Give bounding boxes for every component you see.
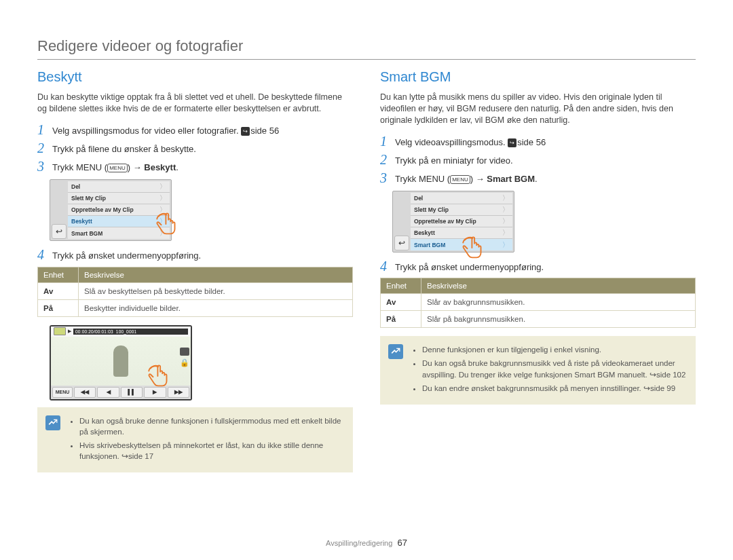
table-header: Enhet xyxy=(381,278,421,294)
step-text: Velg avspillingsmodus for video eller fo… xyxy=(52,126,241,136)
step-tail: . xyxy=(176,162,178,172)
arrow-icon: → xyxy=(476,174,485,184)
note-item: Hvis skrivebeskyttelsen på minnekortet e… xyxy=(79,440,343,462)
step-text: Trykk MENU ( xyxy=(52,162,107,172)
menu-item[interactable]: Slett My Clip〉 xyxy=(411,204,512,216)
xref-icon: ↪ xyxy=(241,127,250,136)
step-target: Beskytt xyxy=(144,162,176,172)
thumbnail-icon xyxy=(54,327,66,335)
table-cell-key: Av xyxy=(38,282,79,299)
step-2-right: 2 Trykk på en miniatyr for video. xyxy=(380,153,696,167)
menu-item[interactable]: Del〉 xyxy=(68,181,170,193)
footer-section: Avspilling/redigering xyxy=(326,539,392,547)
note-box-beskytt: Du kan også bruke denne funksjonen i ful… xyxy=(37,407,353,472)
player-screenshot: ▶ 00:00:20/00:01:03 100_0001 ▦ ALL 🔒 MEN… xyxy=(50,325,192,400)
table-cell-val: Slår på bakgrunnsmusikken. xyxy=(421,311,696,328)
back-button[interactable]: ↩ xyxy=(52,224,67,239)
step-text: Trykk MENU ( xyxy=(395,174,450,184)
column-smart-bgm: Smart BGM Du kan lytte på musikk mens du… xyxy=(380,69,696,472)
capture-icon[interactable] xyxy=(180,348,189,356)
table-cell-key: På xyxy=(381,311,421,328)
note-icon xyxy=(45,415,60,430)
rewind-button[interactable]: ◀◀ xyxy=(74,387,96,398)
table-cell-val: Slår av bakgrunnsmusikken. xyxy=(421,294,696,311)
chevron-right-icon: 〉 xyxy=(502,217,509,226)
note-box-smart-bgm: Denne funksjonen er kun tilgjengelig i e… xyxy=(380,336,696,404)
menu-item-label: Del xyxy=(414,195,423,202)
step-1-right: 1 Velg videoavspillingsmodus. ↪side 56 xyxy=(380,134,696,149)
menu-item-label: Del xyxy=(71,183,80,190)
step-4-left: 4 Trykk på ønsket undermenyoppføring. xyxy=(37,248,353,262)
step-3-right: 3 Trykk MENU (MENU) → Smart BGM. xyxy=(380,171,696,185)
chevron-right-icon: 〉 xyxy=(159,182,166,191)
table-row: PåBeskytter individuelle bilder. xyxy=(38,299,353,316)
note-item: Du kan endre ønsket bakgrunnsmusikk på m… xyxy=(422,383,686,394)
player-counter: 100_0001 xyxy=(116,329,137,334)
table-cell-val: Slå av beskyttelsen på beskyttede bilder… xyxy=(79,282,353,299)
options-table-beskytt: EnhetBeskrivelse AvSlå av beskyttelsen p… xyxy=(37,267,353,317)
menu-item-label: Smart BGM xyxy=(71,230,102,237)
page-footer: Avspilling/redigering 67 xyxy=(0,538,733,548)
step-4-right: 4 Trykk på ønsket undermenyoppføring. xyxy=(380,259,696,274)
intro-beskytt: Du kan beskytte viktige opptak fra å bli… xyxy=(37,92,353,115)
xref-text: side 56 xyxy=(250,126,279,136)
step-number: 4 xyxy=(380,259,395,273)
table-header: Enhet xyxy=(38,267,79,282)
menu-badge: MENU xyxy=(107,164,128,172)
step-tail: . xyxy=(535,174,538,184)
step-text: Trykk på en miniatyr for video. xyxy=(395,153,696,167)
step-number: 2 xyxy=(380,153,395,166)
step-number: 4 xyxy=(37,248,52,261)
table-header: Beskrivelse xyxy=(421,278,696,294)
menu-item-label: Smart BGM xyxy=(414,242,445,248)
chevron-right-icon: 〉 xyxy=(502,240,509,250)
page-number: 67 xyxy=(397,538,407,548)
menu-item-label: Slett My Clip xyxy=(414,206,449,213)
table-row: AvSlår av bakgrunnsmusikken. xyxy=(381,294,696,311)
menu-item[interactable]: Opprettelse av My Clip〉 xyxy=(411,216,512,227)
back-button[interactable]: ↩ xyxy=(394,236,409,250)
menu-screenshot-beskytt: ↩ Del〉Slett My Clip〉Opprettelse av My Cl… xyxy=(50,179,172,241)
prev-button[interactable]: ◀ xyxy=(97,387,119,398)
table-row: PåSlår på bakgrunnsmusikken. xyxy=(381,311,696,328)
pause-button[interactable]: ▌▌ xyxy=(121,387,143,398)
chevron-right-icon: 〉 xyxy=(502,193,509,203)
step-target: Smart BGM xyxy=(487,174,535,184)
menu-item[interactable]: Del〉 xyxy=(411,193,512,204)
step-number: 1 xyxy=(37,123,52,136)
player-time: 00:00:20/00:01:03 xyxy=(75,329,113,334)
table-cell-key: På xyxy=(38,299,79,316)
menu-item-label: Beskytt xyxy=(414,229,435,236)
note-item: Du kan også bruke bakgrunnsmusikk ved å … xyxy=(422,358,686,379)
step-text: Trykk på ønsket undermenyoppføring. xyxy=(52,248,353,262)
heading-beskytt: Beskytt xyxy=(37,69,353,85)
chevron-right-icon: 〉 xyxy=(502,205,509,214)
table-row: AvSlå av beskyttelsen på beskyttede bild… xyxy=(38,282,353,299)
menu-item-label: Slett My Clip xyxy=(71,195,106,202)
menu-item-label: Opprettelse av My Clip xyxy=(71,206,134,213)
video-preview xyxy=(113,346,128,377)
hand-pointer-icon xyxy=(459,234,486,261)
step-number: 3 xyxy=(380,171,395,185)
menu-screenshot-smart-bgm: ↩ Del〉Slett My Clip〉Opprettelse av My Cl… xyxy=(392,191,514,253)
table-header: Beskrivelse xyxy=(79,267,353,282)
intro-smart-bgm: Du kan lytte på musikk mens du spiller a… xyxy=(380,92,696,126)
step-1-left: 1 Velg avspillingsmodus for video eller … xyxy=(37,123,353,137)
xref-text: side 56 xyxy=(517,137,546,147)
step-text: ) xyxy=(128,162,133,172)
hand-pointer-icon xyxy=(145,362,172,390)
menu-item-label: Opprettelse av My Clip xyxy=(414,218,476,225)
menu-badge: MENU xyxy=(450,175,470,184)
step-number: 2 xyxy=(37,141,52,155)
xref-icon: ↪ xyxy=(508,138,516,147)
step-text: Trykk på filene du ønsker å beskytte. xyxy=(52,141,353,155)
menu-item[interactable]: Slett My Clip〉 xyxy=(68,193,170,204)
player-menu-button[interactable]: MENU xyxy=(52,387,73,398)
lock-icon: 🔒 xyxy=(180,358,189,367)
heading-smart-bgm: Smart BGM xyxy=(380,69,696,85)
hand-pointer-icon xyxy=(153,210,180,238)
step-text: Trykk på ønsket undermenyoppføring. xyxy=(395,259,696,274)
column-beskytt: Beskytt Du kan beskytte viktige opptak f… xyxy=(37,69,353,472)
step-2-left: 2 Trykk på filene du ønsker å beskytte. xyxy=(37,141,353,155)
note-item: Du kan også bruke denne funksjonen i ful… xyxy=(79,415,343,437)
